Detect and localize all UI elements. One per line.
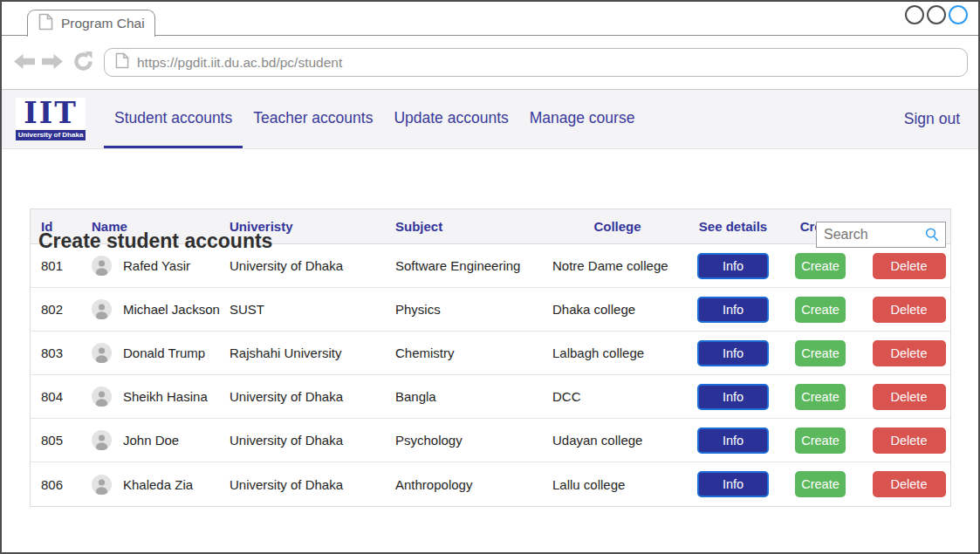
page-icon — [38, 13, 53, 34]
student-name-cell: Khaleda Zia — [85, 475, 223, 495]
student-subject: Chemistry — [388, 345, 545, 360]
info-button[interactable]: Info — [697, 427, 769, 454]
student-name-cell: Donald Trump — [85, 343, 223, 363]
student-name-cell: John Doe — [85, 430, 223, 450]
main-content: Create student accounts Id Name Univeris… — [2, 209, 978, 507]
browser-window: Program Chai — [0, 0, 980, 554]
student-subject: Physics — [388, 302, 545, 317]
info-button[interactable]: Info — [697, 297, 769, 323]
create-button[interactable]: Create — [795, 427, 846, 454]
info-button[interactable]: Info — [697, 253, 769, 279]
nav-links: Student accounts Teacher accounts Update… — [104, 90, 645, 148]
student-id: 804 — [31, 389, 85, 404]
delete-button[interactable]: Delete — [873, 297, 946, 323]
info-button[interactable]: Info — [697, 340, 769, 366]
nav-item-teacher-accounts[interactable]: Teacher accounts — [243, 90, 383, 148]
avatar-icon — [92, 430, 112, 450]
student-name-cell: Rafed Yasir — [85, 256, 223, 276]
delete-button[interactable]: Delete — [873, 384, 946, 410]
student-name: Donald Trump — [123, 345, 205, 360]
col-header-subject: Subject — [388, 219, 545, 234]
nav-item-manage-course[interactable]: Manage course — [519, 90, 646, 148]
info-button[interactable]: Info — [697, 384, 769, 410]
student-subject: Psychology — [388, 433, 545, 448]
student-name: Michael Jackson — [123, 302, 220, 317]
student-college: Notre Dame college — [545, 258, 689, 273]
tab-bar: Program Chai — [2, 2, 978, 36]
window-control-icon[interactable] — [927, 5, 946, 24]
table-row: 804 Sheikh Hasina University of Dhaka Ba… — [31, 375, 950, 419]
student-name-cell: Sheikh Hasina — [85, 386, 223, 407]
students-table: Id Name Univeristy Subject College See d… — [30, 209, 951, 507]
student-college: Lallu college — [545, 477, 689, 492]
logo-title: IIT — [16, 98, 86, 130]
table-row: 806 Khaleda Zia University of Dhaka Anth… — [31, 462, 950, 506]
address-bar[interactable]: https://pgdit.iit.du.ac.bd/pc/student — [104, 48, 968, 77]
browser-tab[interactable]: Program Chai — [27, 10, 155, 37]
site-navbar: IIT University of Dhaka Student accounts… — [2, 90, 978, 149]
student-id: 802 — [31, 302, 85, 317]
search-input[interactable] — [817, 227, 924, 243]
tab-title: Program Chai — [61, 16, 145, 31]
student-name-cell: Michael Jackson — [85, 299, 223, 319]
page-icon — [115, 52, 129, 72]
col-header-college: College — [545, 219, 689, 234]
search-box — [816, 222, 946, 248]
student-id: 806 — [31, 477, 85, 492]
forward-icon — [41, 52, 64, 73]
table-row: 802 Michael Jackson SUST Physics Dhaka c… — [31, 288, 950, 332]
avatar-icon — [92, 256, 112, 276]
info-button[interactable]: Info — [697, 471, 769, 497]
logo-subtitle: University of Dhaka — [16, 130, 86, 140]
student-subject: Bangla — [388, 389, 545, 404]
student-id: 805 — [31, 433, 85, 448]
student-university: Rajshahi University — [223, 345, 388, 360]
delete-button[interactable]: Delete — [873, 471, 946, 497]
student-name: Rafed Yasir — [123, 258, 190, 273]
page-title: Create student accounts — [38, 229, 272, 253]
student-university: University of Dhaka — [223, 477, 388, 492]
student-name: John Doe — [123, 433, 179, 448]
window-control-icon[interactable] — [949, 5, 968, 24]
student-college: DCC — [545, 389, 689, 404]
window-controls — [905, 5, 968, 24]
col-header-see-details: See details — [689, 219, 777, 234]
create-button[interactable]: Create — [795, 253, 846, 279]
avatar-icon — [92, 386, 112, 407]
create-button[interactable]: Create — [795, 297, 846, 323]
table-row: 805 John Doe University of Dhaka Psychol… — [31, 419, 950, 462]
forward-button[interactable] — [38, 52, 66, 73]
student-name: Sheikh Hasina — [123, 389, 208, 404]
student-id: 803 — [31, 345, 85, 360]
delete-button[interactable]: Delete — [873, 340, 946, 366]
avatar-icon — [92, 343, 112, 363]
iit-logo: IIT University of Dhaka — [16, 98, 86, 140]
student-subject: Software Engineering — [388, 258, 545, 273]
student-university: University of Dhaka — [223, 389, 388, 404]
student-university: University of Dhaka — [223, 258, 388, 273]
avatar-icon — [92, 475, 112, 495]
nav-item-update-accounts[interactable]: Update accounts — [383, 90, 518, 148]
window-control-icon[interactable] — [905, 5, 924, 24]
delete-button[interactable]: Delete — [873, 253, 946, 279]
back-icon — [13, 52, 36, 73]
student-name: Khaleda Zia — [123, 477, 193, 492]
student-university: SUST — [223, 302, 388, 317]
student-college: Dhaka college — [545, 302, 689, 317]
search-icon[interactable] — [924, 227, 945, 243]
create-button[interactable]: Create — [795, 384, 846, 410]
refresh-button[interactable] — [70, 51, 97, 75]
sign-out-link[interactable]: Sign out — [904, 90, 960, 148]
url-text: https://pgdit.iit.du.ac.bd/pc/student — [137, 55, 342, 71]
browser-toolbar: https://pgdit.iit.du.ac.bd/pc/student — [2, 36, 978, 90]
nav-item-student-accounts[interactable]: Student accounts — [104, 90, 243, 148]
create-button[interactable]: Create — [795, 471, 846, 497]
delete-button[interactable]: Delete — [873, 427, 946, 454]
table-row: 803 Donald Trump Rajshahi University Che… — [31, 332, 950, 375]
refresh-icon — [72, 51, 94, 75]
student-subject: Anthropology — [388, 477, 545, 492]
avatar-icon — [92, 299, 112, 319]
back-button[interactable] — [10, 52, 38, 73]
create-button[interactable]: Create — [795, 340, 846, 366]
student-college: Lalbagh college — [545, 345, 689, 360]
